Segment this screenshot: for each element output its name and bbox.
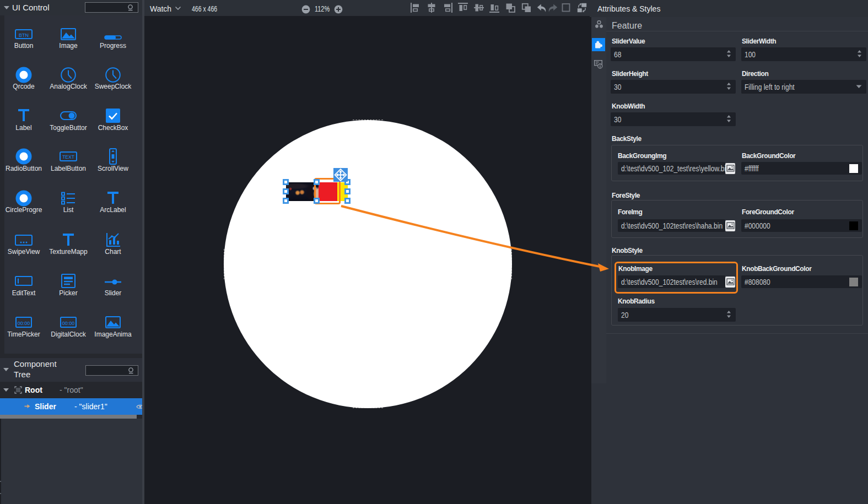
svg-text:BTN: BTN [19,32,29,37]
svg-text:00:00: 00:00 [18,321,30,326]
svg-text:00:00: 00:00 [62,321,75,326]
svg-text:TEXT: TEXT [62,154,74,160]
